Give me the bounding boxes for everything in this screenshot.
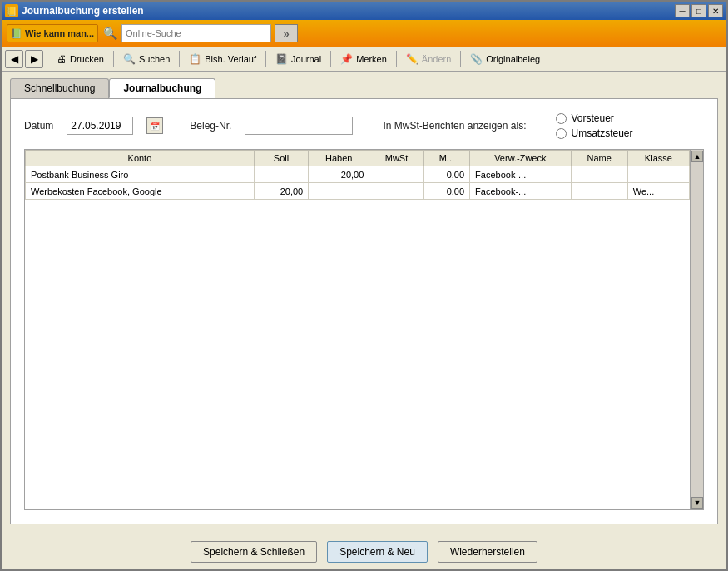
toolbar-separator-2 [113,51,114,67]
radio-umsatzsteuer[interactable]: Umsatzsteuer [556,127,632,139]
tab-journalbuchung[interactable]: Journalbuchung [109,78,215,98]
back-button[interactable]: ◀ [5,50,23,68]
table-cell: Werbekosten Facebook, Google [26,183,255,200]
mwst-label: In MwSt-Berichten anzeigen als: [383,120,526,132]
table-cell [369,183,423,200]
search-label: Suchen [139,54,170,64]
table-row[interactable]: Werbekosten Facebook, Google20,000,00Fac… [26,183,690,200]
originalbeleg-icon: 📎 [470,53,483,65]
journal-button[interactable]: 📓 Journal [270,49,327,69]
table-cell: 20,00 [254,183,308,200]
scroll-down-button[interactable]: ▼ [691,497,703,509]
merken-icon: 📌 [340,53,353,65]
table-cell [254,166,308,183]
search-icon[interactable]: 🔍 [102,25,118,42]
window-controls: ─ □ ✕ [675,4,723,17]
merken-button[interactable]: 📌 Merken [334,49,393,69]
aendern-button[interactable]: ✏️ Ändern [400,49,457,69]
toolbar-separator-7 [460,51,461,67]
table-cell [369,166,423,183]
radio-vorsteuer-label: Vorsteuer [571,112,613,124]
aendern-label: Ändern [422,54,451,64]
main-window: 📒 Journalbuchung erstellen ─ □ ✕ 📗 Wie k… [0,0,728,571]
radio-group: Vorsteuer Umsatzsteuer [556,112,632,139]
form-row: Datum 📅 Beleg-Nr. In MwSt-Berichten anze… [24,112,704,139]
calendar-icon: 📅 [150,122,160,131]
window-icon: 📒 [5,4,18,17]
journal-label: Journal [291,54,321,64]
radio-vorsteuer[interactable]: Vorsteuer [556,112,632,124]
help-button-label: Wie kann man... [25,28,94,38]
history-icon: 📋 [189,53,201,65]
radio-vorsteuer-input[interactable] [556,113,567,124]
search-button[interactable]: 🔍 Suchen [117,49,176,69]
search-icon: 🔍 [123,53,136,65]
col-klasse: Klasse [627,151,689,166]
table-scroll-area[interactable]: Konto Soll Haben MwSt M... Verw.-Zweck N… [25,150,690,509]
printer-icon: 🖨 [57,53,67,65]
help-button[interactable]: 📗 Wie kann man... [7,24,98,42]
toolbar-separator-5 [330,51,331,67]
datum-label: Datum [24,120,53,132]
toolbar-separator-3 [179,51,180,67]
col-m: M... [423,151,469,166]
originalbeleg-button[interactable]: 📎 Originalbeleg [464,49,546,69]
tab2-label: Journalbuchung [123,82,201,94]
print-label: Drucken [70,54,104,64]
scrollbar[interactable]: ▲ ▼ [690,150,703,509]
bookings-table: Konto Soll Haben MwSt M... Verw.-Zweck N… [25,150,690,200]
datum-input[interactable] [67,117,133,135]
beleg-input[interactable] [245,117,353,135]
table-cell [571,166,627,183]
table-cell: 0,00 [423,183,469,200]
online-search-input[interactable] [121,24,271,42]
forward-button[interactable]: ▶ [25,50,43,68]
save-close-button[interactable]: Speichern & Schließen [191,541,317,563]
col-verw-zweck: Verw.-Zweck [470,151,571,166]
restore-button[interactable]: Wiederherstellen [438,541,537,563]
window-title: Journalbuchung erstellen [22,5,144,17]
table-header-row: Konto Soll Haben MwSt M... Verw.-Zweck N… [26,151,690,166]
help-book-icon: 📗 [11,28,22,39]
tabs-area: Schnellbuchung Journalbuchung [2,72,726,98]
calendar-button[interactable]: 📅 [146,117,163,134]
aendern-icon: ✏️ [406,53,418,65]
close-button[interactable]: ✕ [708,4,723,17]
col-name: Name [571,151,627,166]
toolbar: ◀ ▶ 🖨 Drucken 🔍 Suchen 📋 Bish. Verlauf 📓… [2,47,726,72]
scroll-up-button[interactable]: ▲ [691,151,703,162]
merken-label: Merken [356,54,387,64]
table-container: Konto Soll Haben MwSt M... Verw.-Zweck N… [24,149,704,510]
toolbar-separator-6 [396,51,397,67]
history-button[interactable]: 📋 Bish. Verlauf [183,49,262,69]
table-cell: Facebook-... [470,183,571,200]
title-bar-left: 📒 Journalbuchung erstellen [5,4,144,17]
forward-arrows-button[interactable]: » [275,24,298,42]
table-cell: We... [627,183,689,200]
toolbar-separator-1 [47,51,47,67]
journal-icon: 📓 [275,53,288,65]
save-new-button[interactable]: Speichern & Neu [327,541,428,563]
table-cell [627,166,689,183]
toolbar-separator-4 [265,51,266,67]
col-soll: Soll [254,151,308,166]
table-cell: Facebook-... [470,166,571,183]
tab-schnellbuchung[interactable]: Schnellbuchung [10,78,109,98]
radio-umsatzsteuer-input[interactable] [556,128,567,139]
print-button[interactable]: 🖨 Drucken [51,49,110,69]
help-bar: 📗 Wie kann man... 🔍 » [2,20,726,47]
table-cell: 20,00 [309,166,369,183]
title-bar: 📒 Journalbuchung erstellen ─ □ ✕ [2,2,726,20]
table-cell: Postbank Business Giro [26,166,255,183]
button-row: Speichern & Schließen Speichern & Neu Wi… [2,533,726,569]
minimize-button[interactable]: ─ [675,4,690,17]
maximize-button[interactable]: □ [691,4,706,17]
table-cell [571,183,627,200]
col-konto: Konto [26,151,255,166]
table-row[interactable]: Postbank Business Giro20,000,00Facebook-… [26,166,690,183]
form-panel: Datum 📅 Beleg-Nr. In MwSt-Berichten anze… [10,98,718,524]
main-content: Datum 📅 Beleg-Nr. In MwSt-Berichten anze… [2,98,726,533]
tab1-label: Schnellbuchung [24,82,95,94]
history-label: Bish. Verlauf [205,54,256,64]
originalbeleg-label: Originalbeleg [486,54,540,64]
